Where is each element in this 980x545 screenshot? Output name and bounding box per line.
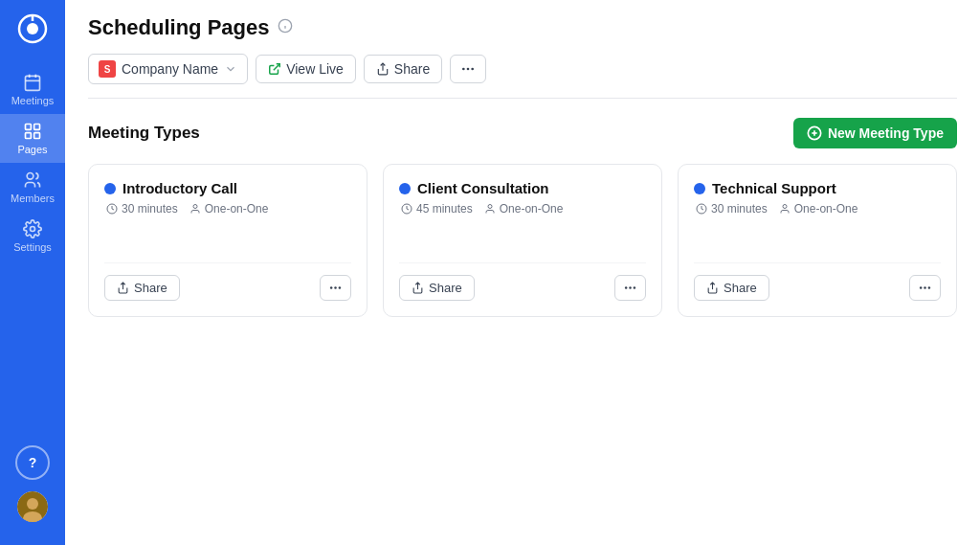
company-name: Company Name	[122, 61, 218, 77]
status-dot	[104, 183, 116, 194]
new-meeting-type-button[interactable]: New Meeting Type	[793, 118, 957, 148]
app-logo	[15, 11, 50, 46]
type-meta: One-on-One	[484, 202, 564, 216]
view-live-label: View Live	[286, 61, 344, 77]
share-icon	[706, 282, 719, 294]
svg-point-30	[330, 286, 333, 289]
share-label: Share	[394, 61, 430, 77]
svg-point-31	[334, 286, 337, 289]
sidebar-item-pages-label: Pages	[17, 144, 47, 155]
ellipsis-icon	[460, 61, 476, 77]
share-icon	[412, 282, 424, 294]
external-link-icon	[268, 62, 281, 76]
duration-meta: 30 minutes	[106, 202, 178, 216]
meeting-card-introductory-call[interactable]: Introductory Call 30 minutes One-on-One	[88, 164, 368, 317]
page-header: Scheduling Pages S Company Name View Liv…	[65, 0, 980, 99]
svg-point-34	[488, 205, 492, 209]
card-share-button[interactable]: Share	[104, 275, 180, 301]
meeting-card-client-consultation[interactable]: Client Consultation 45 minutes One-on-On…	[383, 164, 662, 317]
info-icon[interactable]	[278, 18, 293, 37]
svg-point-37	[629, 286, 632, 289]
question-mark-icon: ?	[29, 455, 37, 470]
svg-rect-9	[26, 133, 32, 139]
svg-point-14	[27, 498, 38, 510]
person-icon	[484, 203, 496, 215]
content-area: Meeting Types New Meeting Type Introduct…	[65, 99, 980, 545]
new-meeting-type-label: New Meeting Type	[828, 125, 944, 141]
status-dot	[694, 183, 705, 194]
section-header: Meeting Types New Meeting Type	[88, 118, 957, 148]
share-icon	[117, 282, 129, 294]
svg-point-21	[462, 68, 465, 71]
type-value: One-on-One	[794, 202, 858, 216]
svg-point-40	[783, 205, 787, 209]
plus-circle-icon	[807, 125, 822, 141]
card-more-button[interactable]	[909, 275, 941, 301]
svg-point-11	[27, 173, 33, 180]
person-icon	[779, 203, 791, 215]
card-title: Technical Support	[712, 180, 836, 196]
svg-rect-3	[26, 76, 40, 90]
svg-point-42	[920, 286, 923, 289]
svg-rect-7	[26, 125, 32, 130]
card-share-button[interactable]: Share	[694, 275, 769, 301]
duration-meta: 30 minutes	[696, 202, 768, 216]
sidebar-item-settings[interactable]: Settings	[0, 212, 65, 261]
duration-value: 45 minutes	[416, 202, 473, 216]
svg-point-22	[467, 68, 470, 71]
section-title: Meeting Types	[88, 124, 200, 143]
svg-rect-10	[34, 133, 40, 139]
card-meta: 30 minutes One-on-One	[104, 202, 351, 216]
share-button[interactable]: Share	[364, 55, 442, 83]
svg-point-44	[928, 286, 931, 289]
view-live-button[interactable]: View Live	[256, 55, 356, 83]
svg-point-32	[339, 286, 342, 289]
card-title: Client Consultation	[417, 180, 549, 196]
svg-point-12	[31, 227, 35, 232]
company-swatch: S	[99, 60, 116, 78]
svg-point-36	[625, 286, 628, 289]
svg-line-19	[274, 64, 279, 70]
svg-point-1	[27, 23, 38, 34]
type-value: One-on-One	[500, 202, 564, 216]
sidebar-item-members-label: Members	[11, 193, 55, 204]
help-button[interactable]: ?	[15, 445, 50, 480]
sidebar-item-meetings[interactable]: Meetings	[0, 65, 65, 114]
person-icon	[189, 203, 201, 215]
card-meta: 45 minutes One-on-One	[399, 202, 646, 216]
duration-value: 30 minutes	[711, 202, 768, 216]
svg-point-28	[193, 205, 197, 209]
sidebar: Meetings Pages Members Settings ?	[0, 0, 65, 545]
sidebar-item-members[interactable]: Members	[0, 163, 65, 212]
card-more-button[interactable]	[320, 275, 351, 301]
meeting-card-technical-support[interactable]: Technical Support 30 minutes One-on-One	[678, 164, 957, 317]
share-icon	[376, 62, 390, 76]
more-options-button[interactable]	[450, 55, 486, 83]
share-label: Share	[429, 281, 462, 295]
sidebar-item-pages[interactable]: Pages	[0, 114, 65, 163]
card-more-button[interactable]	[614, 275, 646, 301]
company-select[interactable]: S Company Name	[88, 54, 248, 84]
type-meta: One-on-One	[779, 202, 858, 216]
status-dot	[399, 183, 411, 194]
card-meta: 30 minutes One-on-One	[694, 202, 941, 216]
clock-icon	[401, 203, 412, 215]
clock-icon	[106, 203, 118, 215]
user-avatar[interactable]	[17, 491, 48, 522]
duration-value: 30 minutes	[122, 202, 178, 216]
card-footer: Share	[399, 262, 646, 301]
card-title: Introductory Call	[122, 180, 237, 196]
card-footer: Share	[694, 262, 941, 301]
page-title: Scheduling Pages	[88, 15, 270, 40]
share-label: Share	[724, 281, 757, 295]
type-meta: One-on-One	[189, 202, 269, 216]
ellipsis-icon	[623, 281, 637, 295]
type-value: One-on-One	[205, 202, 269, 216]
ellipsis-icon	[918, 281, 932, 295]
meeting-cards-grid: Introductory Call 30 minutes One-on-One	[88, 164, 957, 317]
svg-point-38	[634, 286, 636, 289]
main-content: Scheduling Pages S Company Name View Liv…	[65, 0, 980, 545]
sidebar-item-meetings-label: Meetings	[11, 95, 55, 106]
toolbar: S Company Name View Live Share	[88, 54, 957, 84]
card-share-button[interactable]: Share	[399, 275, 475, 301]
